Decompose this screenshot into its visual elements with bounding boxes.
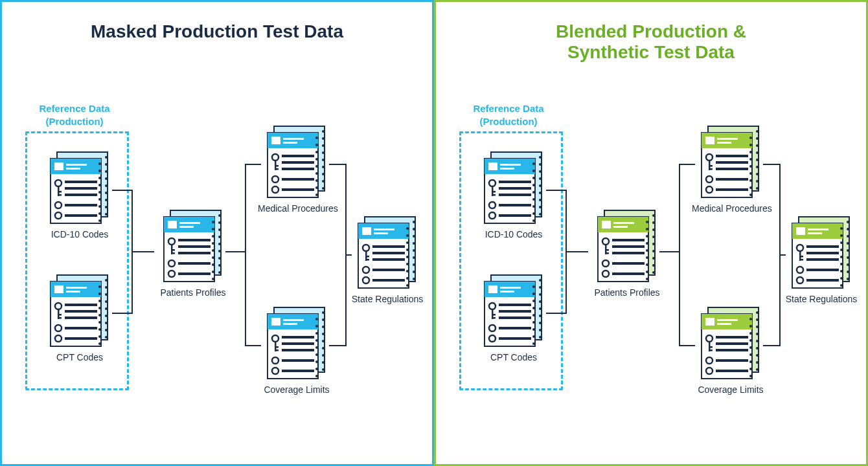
connector — [131, 251, 154, 252]
svg-rect-56 — [65, 316, 97, 319]
svg-rect-410 — [806, 279, 839, 282]
svg-point-110 — [322, 159, 325, 161]
svg-point-417 — [840, 270, 843, 272]
svg-rect-54 — [65, 304, 97, 306]
svg-point-247 — [539, 286, 542, 289]
node-cpt-codes: CPT Codes — [475, 274, 553, 362]
svg-point-166 — [315, 318, 318, 320]
svg-rect-194 — [372, 245, 405, 248]
svg-point-419 — [840, 284, 843, 287]
node-label: ICD-10 Codes — [41, 229, 119, 239]
svg-point-240 — [532, 191, 535, 194]
svg-point-1 — [105, 156, 108, 159]
svg-point-32 — [98, 205, 101, 208]
svg-point-7 — [105, 199, 108, 201]
svg-point-133 — [315, 151, 318, 153]
svg-point-313 — [646, 271, 648, 273]
svg-point-168 — [315, 332, 318, 335]
svg-rect-227 — [492, 191, 496, 193]
svg-point-272 — [532, 293, 535, 295]
svg-point-281 — [652, 214, 655, 217]
svg-rect-339 — [716, 178, 748, 181]
svg-rect-14 — [66, 168, 80, 170]
svg-rect-223 — [500, 164, 521, 166]
svg-point-377 — [749, 325, 752, 327]
svg-point-136 — [315, 172, 318, 175]
svg-point-284 — [652, 236, 655, 238]
svg-point-316 — [756, 130, 759, 133]
svg-point-30 — [98, 191, 101, 194]
svg-point-386 — [847, 221, 849, 223]
svg-point-170 — [315, 346, 318, 349]
svg-rect-265 — [499, 310, 531, 313]
svg-rect-294 — [613, 226, 628, 228]
document-icon — [692, 306, 770, 381]
svg-point-202 — [406, 234, 409, 237]
svg-rect-88 — [171, 252, 175, 254]
svg-point-101 — [212, 256, 214, 259]
svg-point-38 — [105, 293, 108, 296]
svg-rect-122 — [275, 165, 279, 167]
svg-rect-119 — [283, 142, 297, 144]
svg-point-167 — [315, 325, 318, 327]
svg-point-75 — [218, 243, 221, 245]
panel-masked-production: Masked Production Test Data Reference Da… — [0, 0, 434, 466]
svg-point-251 — [539, 315, 542, 317]
svg-rect-230 — [499, 187, 531, 190]
svg-point-252 — [539, 322, 542, 324]
svg-point-41 — [105, 315, 108, 317]
svg-point-108 — [322, 144, 325, 147]
svg-rect-95 — [178, 272, 211, 275]
svg-point-283 — [652, 228, 655, 231]
svg-rect-18 — [58, 194, 62, 196]
svg-point-201 — [406, 227, 409, 230]
svg-rect-126 — [282, 168, 314, 170]
svg-rect-368 — [709, 350, 713, 351]
svg-point-8 — [105, 206, 108, 208]
svg-point-324 — [756, 187, 759, 190]
svg-rect-258 — [500, 287, 521, 289]
svg-point-218 — [539, 206, 542, 208]
svg-rect-117 — [271, 137, 280, 144]
node-icd-10-codes: ICD-10 Codes — [41, 151, 119, 239]
svg-point-311 — [646, 256, 648, 259]
svg-point-176 — [413, 221, 415, 223]
svg-point-274 — [532, 307, 535, 309]
svg-rect-196 — [372, 258, 405, 261]
svg-rect-333 — [709, 168, 713, 170]
document-icon — [475, 151, 553, 225]
svg-point-393 — [847, 271, 849, 273]
node-cpt-codes: CPT Codes — [41, 274, 119, 362]
svg-point-314 — [646, 278, 648, 280]
svg-rect-406 — [806, 258, 839, 261]
svg-rect-362 — [705, 318, 714, 326]
svg-rect-332 — [709, 165, 713, 167]
svg-point-320 — [756, 159, 759, 161]
svg-point-28 — [98, 177, 101, 179]
svg-point-381 — [749, 353, 752, 356]
svg-rect-91 — [178, 252, 211, 254]
svg-rect-293 — [613, 222, 634, 224]
svg-point-279 — [532, 342, 535, 345]
svg-point-253 — [539, 329, 542, 331]
svg-point-356 — [756, 347, 759, 350]
svg-point-68 — [98, 335, 101, 338]
svg-rect-334 — [716, 155, 748, 157]
document-icon — [588, 209, 666, 283]
svg-point-145 — [322, 340, 325, 342]
svg-rect-405 — [806, 252, 839, 254]
svg-point-215 — [539, 184, 542, 187]
svg-point-5 — [105, 184, 108, 187]
svg-point-143 — [322, 326, 325, 328]
svg-rect-48 — [66, 287, 87, 289]
svg-point-138 — [315, 186, 318, 189]
svg-point-288 — [652, 264, 655, 267]
node-label: Medical Procedures — [258, 203, 336, 214]
svg-point-72 — [218, 221, 221, 224]
svg-rect-130 — [282, 188, 314, 191]
svg-point-174 — [315, 375, 318, 377]
node-state-regulations: State Regulations — [782, 216, 860, 304]
svg-rect-304 — [612, 262, 645, 265]
svg-point-413 — [840, 241, 843, 244]
svg-point-212 — [539, 163, 542, 166]
